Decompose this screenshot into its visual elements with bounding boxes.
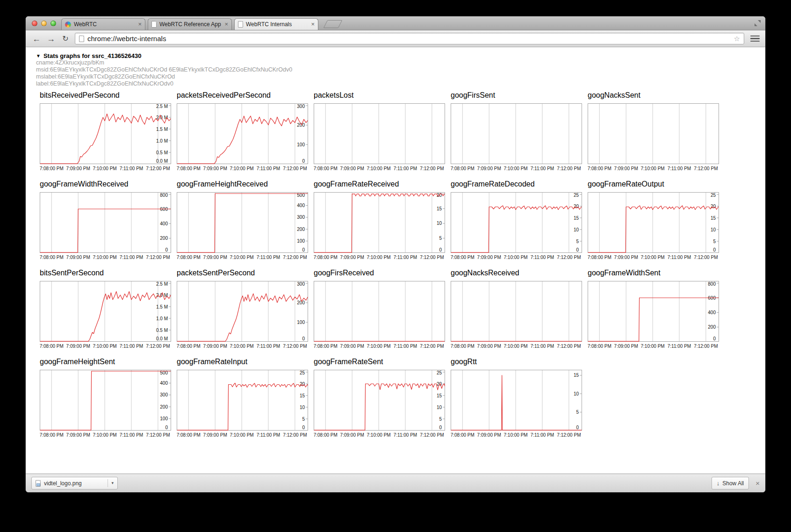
svg-text:100: 100 [297, 238, 305, 244]
chart-title: googFrameWidthSent [588, 269, 719, 278]
chart-plot: 2520151050 [314, 370, 445, 431]
download-item[interactable]: vidtel_logo.png ▾ [31, 477, 118, 489]
chart-googFrameRateOutput: googFrameRateOutput25201510507:08:00 PM7… [588, 180, 719, 261]
reload-button[interactable]: ↻ [60, 34, 71, 43]
x-tick-label: 7:10:00 PM [638, 255, 668, 260]
svg-text:0: 0 [576, 425, 579, 430]
x-tick-label: 7:09:00 PM [200, 432, 230, 438]
x-tick-label: 7:08:00 PM [451, 344, 477, 349]
minimize-window-button[interactable] [41, 21, 47, 26]
svg-text:400: 400 [297, 203, 305, 208]
x-tick-label: 7:08:00 PM [177, 255, 203, 260]
chart-googFrameRateInput: googFrameRateInput25201510507:08:00 PM7:… [177, 358, 308, 439]
chart-plot [314, 281, 445, 342]
svg-text:15: 15 [300, 393, 305, 398]
x-tick-label: 7:11:00 PM [390, 432, 420, 438]
chart-title: googFrameHeightReceived [177, 180, 308, 189]
x-tick-label: 7:10:00 PM [227, 255, 257, 260]
svg-text:200: 200 [297, 122, 305, 128]
tab-close-icon[interactable]: × [311, 22, 315, 27]
x-tick-label: 7:11:00 PM [253, 166, 283, 171]
omnibox[interactable]: chrome://webrtc-internals ☆ [75, 33, 744, 44]
svg-text:15: 15 [574, 373, 579, 378]
chart-plot: 3002001000 [177, 103, 308, 164]
x-tick-label: 7:12:00 PM [554, 432, 582, 438]
stats-header: ▼ Stats graphs for ssrc_4136526430 cname… [26, 47, 765, 87]
chart-plot [588, 103, 719, 164]
chart-title: googRtt [451, 358, 582, 367]
x-tick-label: 7:10:00 PM [227, 432, 257, 438]
chart-plot: 2520151050 [177, 370, 308, 431]
x-tick-label: 7:09:00 PM [474, 344, 504, 349]
tab-close-icon[interactable]: × [224, 22, 228, 27]
svg-text:1.0 M: 1.0 M [156, 138, 168, 144]
close-window-button[interactable] [32, 21, 37, 26]
x-tick-label: 7:10:00 PM [501, 166, 531, 171]
x-tick-label: 7:08:00 PM [314, 344, 340, 349]
chart-title: googFrameHeightSent [40, 358, 171, 367]
svg-text:2.5 M: 2.5 M [156, 281, 168, 287]
download-arrow-icon: ↓ [717, 480, 720, 487]
menu-button[interactable] [750, 36, 760, 42]
forward-button[interactable]: → [46, 34, 56, 43]
x-tick-label: 7:09:00 PM [200, 255, 230, 260]
window-controls [32, 21, 56, 26]
tab-webrtc[interactable]: WebRTC × [61, 18, 145, 30]
new-tab-button[interactable] [324, 20, 343, 28]
download-menu-caret-icon[interactable]: ▾ [108, 479, 114, 487]
svg-text:0: 0 [302, 425, 305, 430]
label-line: label:6E9laEYkyxlkTCxDgc82ZGoEhlCfxNuCKr… [36, 80, 765, 87]
bookmark-star-icon[interactable]: ☆ [734, 35, 740, 43]
chart-plot: 2520151050 [588, 192, 719, 253]
svg-text:15: 15 [574, 216, 579, 221]
chart-packetsSentPerSecond: packetsSentPerSecond30020010007:08:00 PM… [177, 269, 308, 350]
fullscreen-resize-icon[interactable] [755, 20, 761, 26]
x-axis-labels: 7:08:00 PM7:09:00 PM7:10:00 PM7:11:00 PM… [314, 254, 445, 261]
chart-googFrameWidthSent: googFrameWidthSent80060040020007:08:00 P… [588, 269, 719, 350]
svg-text:25: 25 [437, 370, 442, 375]
chart-plot [451, 103, 582, 164]
collapse-toggle-icon[interactable]: ▼ [36, 53, 41, 58]
x-tick-label: 7:10:00 PM [638, 166, 668, 171]
svg-text:10: 10 [300, 405, 305, 410]
svg-text:0: 0 [302, 247, 305, 252]
x-axis-labels: 7:08:00 PM7:09:00 PM7:10:00 PM7:11:00 PM… [314, 165, 445, 172]
x-tick-label: 7:12:00 PM [280, 166, 308, 171]
zoom-window-button[interactable] [50, 21, 56, 26]
chart-googFrameRateDecoded: googFrameRateDecoded25201510507:08:00 PM… [451, 180, 582, 261]
x-tick-label: 7:09:00 PM [474, 255, 504, 260]
shelf-close-icon[interactable]: × [755, 479, 760, 487]
chart-plot: 3002001000 [177, 281, 308, 342]
x-tick-label: 7:12:00 PM [691, 344, 719, 349]
chart-title: bitsReceivedPerSecond [40, 91, 171, 101]
tab-close-icon[interactable]: × [138, 22, 142, 27]
tab-webrtc-reference-app[interactable]: WebRTC Reference App × [148, 18, 232, 30]
url-text[interactable]: chrome://webrtc-internals [87, 35, 731, 43]
x-tick-label: 7:09:00 PM [474, 432, 504, 438]
x-tick-label: 7:09:00 PM [474, 166, 504, 171]
x-axis-labels: 7:08:00 PM7:09:00 PM7:10:00 PM7:11:00 PM… [40, 254, 171, 261]
show-all-button[interactable]: ↓ Show All [712, 477, 749, 489]
svg-text:0: 0 [165, 247, 168, 252]
x-tick-label: 7:08:00 PM [451, 432, 477, 438]
chart-title: googNacksSent [588, 91, 719, 101]
svg-text:15: 15 [711, 216, 716, 221]
svg-text:15: 15 [437, 393, 442, 398]
svg-text:5: 5 [302, 417, 305, 422]
x-axis-labels: 7:08:00 PM7:09:00 PM7:10:00 PM7:11:00 PM… [40, 165, 171, 172]
x-axis-labels: 7:08:00 PM7:09:00 PM7:10:00 PM7:11:00 PM… [451, 254, 582, 261]
x-tick-label: 7:11:00 PM [116, 432, 146, 438]
x-axis-labels: 7:08:00 PM7:09:00 PM7:10:00 PM7:11:00 PM… [40, 343, 171, 350]
tab-webrtc-internals[interactable]: WebRTC Internals × [234, 18, 318, 30]
x-tick-label: 7:08:00 PM [177, 344, 203, 349]
chart-title: packetsReceivedPerSecond [177, 91, 308, 101]
svg-text:200: 200 [708, 324, 716, 330]
x-axis-labels: 7:08:00 PM7:09:00 PM7:10:00 PM7:11:00 PM… [314, 431, 445, 439]
svg-text:0.0 M: 0.0 M [156, 336, 168, 341]
back-button[interactable]: ← [31, 34, 42, 43]
svg-text:25: 25 [300, 370, 305, 375]
x-tick-label: 7:10:00 PM [501, 344, 531, 349]
x-tick-label: 7:08:00 PM [588, 166, 614, 171]
x-tick-label: 7:11:00 PM [664, 166, 694, 171]
svg-text:0: 0 [576, 247, 579, 252]
